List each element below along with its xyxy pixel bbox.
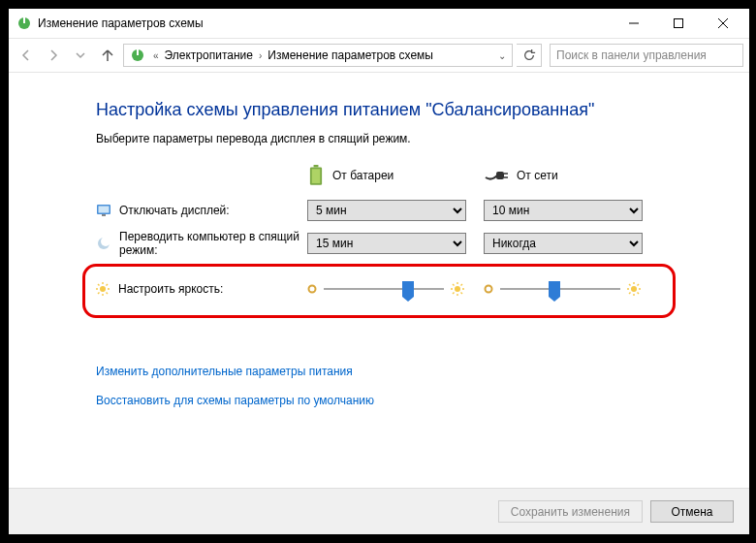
- row-brightness: Настроить яркость:: [95, 274, 663, 303]
- sun-small-icon: [306, 283, 318, 295]
- footer-bar: Сохранить изменения Отмена: [9, 488, 749, 534]
- plug-icon: [484, 168, 509, 183]
- chevron-down-icon[interactable]: ⌄: [494, 50, 510, 61]
- svg-line-46: [629, 293, 631, 295]
- page-heading: Настройка схемы управления питанием "Сба…: [96, 100, 662, 120]
- svg-rect-15: [99, 207, 110, 213]
- sun-icon: [95, 281, 110, 297]
- chevron-right-icon: ›: [255, 50, 266, 61]
- brightness-highlight: Настроить яркость:: [82, 264, 676, 318]
- page-subtitle: Выберите параметры перевода дисплея в сп…: [96, 132, 662, 145]
- svg-rect-1: [23, 17, 25, 23]
- svg-line-25: [107, 293, 109, 295]
- column-battery: От батареи: [307, 165, 466, 186]
- up-button[interactable]: [96, 44, 119, 67]
- restore-defaults-link[interactable]: Восстановить для схемы параметры по умол…: [96, 394, 662, 407]
- sun-small-icon: [483, 283, 494, 295]
- svg-line-35: [461, 293, 463, 295]
- sleep-plugged-select[interactable]: Никогда: [484, 233, 643, 254]
- search-input[interactable]: Поиск в панели управления: [550, 44, 743, 67]
- forward-button[interactable]: [42, 44, 65, 67]
- window-title: Изменение параметров схемы: [38, 16, 612, 30]
- display-off-plugged-select[interactable]: 10 мин: [484, 200, 643, 221]
- refresh-button[interactable]: [517, 44, 542, 67]
- recent-dropdown[interactable]: [69, 44, 92, 67]
- links-section: Изменить дополнительные параметры питани…: [96, 365, 662, 407]
- svg-rect-16: [102, 214, 106, 216]
- svg-point-39: [631, 286, 637, 292]
- svg-point-29: [455, 286, 460, 292]
- svg-line-26: [98, 293, 100, 295]
- moon-icon: [96, 236, 111, 251]
- window-frame: Изменение параметров схемы « Электропита…: [8, 8, 750, 535]
- svg-point-28: [309, 286, 316, 293]
- svg-point-38: [486, 286, 492, 293]
- brightness-plugged-slider[interactable]: [483, 280, 642, 298]
- svg-line-44: [629, 284, 631, 286]
- svg-rect-10: [312, 169, 321, 183]
- breadcrumb-item[interactable]: Изменение параметров схемы: [266, 48, 435, 62]
- back-button[interactable]: [15, 44, 38, 67]
- svg-rect-7: [137, 49, 139, 55]
- brightness-battery-slider[interactable]: [306, 280, 465, 298]
- svg-line-45: [638, 293, 640, 295]
- svg-rect-8: [314, 165, 319, 167]
- row-sleep: Переводить компьютер в спящий режим: 15 …: [96, 229, 662, 258]
- svg-line-24: [98, 284, 100, 286]
- svg-rect-3: [675, 19, 683, 28]
- svg-line-34: [453, 284, 455, 286]
- column-headers: От батареи От сети: [307, 165, 662, 186]
- breadcrumb[interactable]: « Электропитание › Изменение параметров …: [123, 44, 513, 67]
- row-display-off: Отключать дисплей: 5 мин 10 мин: [96, 196, 662, 225]
- sun-large-icon: [450, 281, 465, 297]
- maximize-button[interactable]: [656, 10, 701, 37]
- svg-line-27: [107, 284, 109, 286]
- power-options-icon: [130, 48, 145, 63]
- save-button[interactable]: Сохранить изменения: [498, 500, 643, 523]
- close-button[interactable]: [701, 10, 745, 37]
- sleep-battery-select[interactable]: 15 мин: [307, 233, 466, 254]
- titlebar: Изменение параметров схемы: [9, 9, 749, 38]
- svg-line-47: [638, 284, 640, 286]
- svg-line-36: [453, 293, 455, 295]
- minimize-button[interactable]: [612, 10, 656, 37]
- content-area: Настройка схемы управления питанием "Сба…: [9, 73, 749, 432]
- battery-icon: [307, 165, 325, 186]
- monitor-icon: [96, 203, 111, 218]
- cancel-button[interactable]: Отмена: [650, 500, 734, 523]
- svg-point-18: [101, 237, 110, 246]
- breadcrumb-item[interactable]: Электропитание: [163, 48, 255, 62]
- display-off-battery-select[interactable]: 5 мин: [307, 200, 466, 221]
- toolbar: « Электропитание › Изменение параметров …: [9, 38, 749, 73]
- column-plugged: От сети: [484, 165, 643, 186]
- sun-large-icon: [626, 281, 642, 297]
- search-placeholder: Поиск в панели управления: [556, 48, 707, 62]
- svg-point-19: [100, 286, 106, 292]
- svg-line-37: [461, 284, 463, 286]
- power-options-icon: [16, 16, 32, 31]
- chevron-right-icon: «: [149, 50, 163, 61]
- svg-rect-11: [496, 172, 504, 179]
- advanced-settings-link[interactable]: Изменить дополнительные параметры питани…: [96, 365, 662, 378]
